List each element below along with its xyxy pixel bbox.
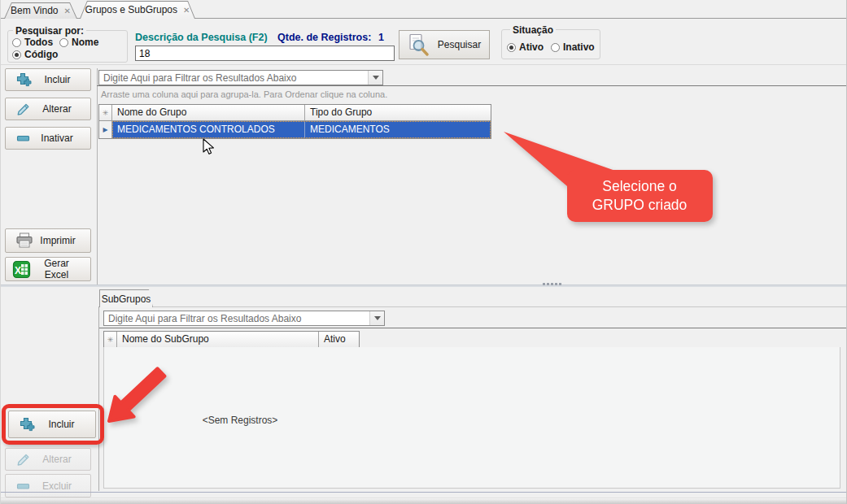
groups-grid-header: ✳ Nome do Grupo Tipo do Grupo [99, 105, 491, 121]
radio-nome-label: Nome [72, 37, 98, 48]
horizontal-splitter[interactable] [1, 285, 847, 287]
printer-icon [15, 232, 33, 249]
situacao-label: Situação [510, 24, 556, 36]
subgroups-grid-body[interactable]: <Sem Registros> [103, 347, 840, 489]
subgroups-grid-header: ✳ Nome do SubGrupo Ativo [104, 332, 359, 348]
incluir-grupo-label: Incluir [33, 74, 90, 85]
excluir-subgrupo-button[interactable]: Excluir [5, 474, 91, 497]
imprimir-button[interactable]: Imprimir [5, 228, 91, 253]
radio-nome-circle[interactable] [59, 38, 68, 47]
close-icon[interactable]: ✕ [64, 7, 71, 15]
alterar-subgrupo-label: Alterar [32, 454, 90, 465]
add-icon [15, 72, 33, 89]
empty-records-text: <Sem Registros> [195, 415, 285, 426]
radio-ativo-label: Ativo [519, 41, 544, 53]
cell-nome-do-grupo[interactable]: MEDICAMENTOS CONTROLADOS [112, 121, 305, 138]
groups-grid: ✳ Nome do Grupo Tipo do Grupo ▸ MEDICAME… [98, 104, 491, 139]
app-window: Bem Vindo ✕ Grupos e SubGrupos ✕ Pesquis… [0, 0, 847, 504]
incluir-grupo-button[interactable]: Incluir [5, 68, 91, 91]
tab-bem-vindo-label: Bem Vindo [11, 5, 58, 16]
arrow-annotation [86, 364, 177, 434]
radio-inativo[interactable]: Inativo [551, 41, 595, 53]
tab-subgrupos-label: SubGrupos [102, 293, 151, 305]
pesquisar-por-label: Pesquisar por: [13, 25, 86, 37]
imprimir-label: Imprimir [33, 235, 90, 246]
radio-ativo[interactable]: Ativo [507, 41, 544, 53]
svg-text:X: X [15, 264, 21, 276]
search-input[interactable] [135, 46, 395, 61]
grid-indicator-header-icon: ✳ [103, 109, 109, 117]
radio-nome[interactable]: Nome [59, 37, 98, 48]
tab-subgrupos[interactable]: SubGrupos [99, 289, 153, 307]
column-header-ativo[interactable]: Ativo [319, 332, 359, 348]
search-icon [408, 33, 430, 56]
radio-codigo-label: Código [24, 49, 58, 60]
content-bottom-border [1, 492, 847, 493]
filter-band-border [97, 85, 847, 86]
qtde-registros-value: 1 [378, 32, 384, 43]
subpanel-top-border [152, 306, 847, 307]
radio-todos[interactable]: Todos [12, 37, 53, 48]
radio-todos-circle[interactable] [12, 38, 21, 47]
groups-filter-combo[interactable]: Digite Aqui para Filtrar os Resultados A… [98, 70, 383, 85]
radio-codigo[interactable]: Código [12, 49, 58, 60]
groups-filter-text: Digite Aqui para Filtrar os Resultados A… [103, 72, 296, 84]
radio-ativo-circle[interactable] [507, 43, 516, 52]
deactivate-bar-icon [15, 130, 32, 146]
inativar-grupo-button[interactable]: Inativar [5, 127, 91, 150]
table-row-selected[interactable]: ▸ MEDICAMENTOS CONTROLADOS MEDICAMENTOS [99, 121, 491, 138]
gerar-excel-label: Gerar Excel [31, 258, 90, 280]
grid-indicator-header: ✳ [104, 332, 117, 348]
grid-indicator-header-icon: ✳ [107, 336, 114, 344]
radio-inativo-label: Inativo [563, 41, 595, 53]
cell-tipo-do-grupo[interactable]: MEDICAMENTOS [305, 121, 491, 138]
pencil-icon [15, 101, 32, 117]
dropdown-arrow-icon[interactable] [369, 311, 384, 325]
alterar-grupo-button[interactable]: Alterar [5, 98, 91, 120]
alterar-grupo-label: Alterar [32, 103, 90, 115]
tab-grupos-subgrupos[interactable]: Grupos e SubGrupos ✕ [80, 1, 195, 19]
excluir-subgrupo-label: Excluir [32, 480, 90, 492]
subfilter-band-border [99, 328, 847, 328]
tab-strip: Bem Vindo ✕ Grupos e SubGrupos ✕ [1, 0, 847, 19]
radio-codigo-circle[interactable] [12, 50, 21, 59]
callout-line2: GRUPO criado [592, 197, 688, 213]
tab-bem-vindo[interactable]: Bem Vindo ✕ [4, 2, 77, 19]
callout-selecione-grupo: Selecione o GRUPO criado [496, 122, 727, 229]
splitter-grip[interactable] [543, 283, 565, 286]
pesquisar-label: Pesquisar [438, 39, 481, 50]
subgroups-filter-text: Digite Aqui para Filtrar os Resultados A… [108, 313, 301, 324]
qtde-registros-label: Qtde. de Registros: [277, 32, 371, 43]
radio-todos-label: Todos [24, 37, 53, 48]
excel-icon: X [12, 260, 31, 279]
subgroups-grid-header-wrap: ✳ Nome do SubGrupo Ativo [103, 331, 360, 349]
close-icon[interactable]: ✕ [183, 6, 190, 15]
dropdown-arrow-icon[interactable] [368, 71, 382, 85]
mouse-cursor-icon [203, 138, 216, 156]
inativar-grupo-label: Inativar [32, 133, 90, 144]
column-header-tipo-do-grupo[interactable]: Tipo do Grupo [305, 105, 491, 121]
pencil-icon [15, 451, 32, 467]
panel-left-border [97, 68, 98, 285]
band-separator [1, 64, 847, 65]
window-bottom-edge [1, 497, 847, 504]
row-indicator-icon: ▸ [99, 121, 112, 138]
radio-inativo-circle[interactable] [551, 43, 560, 52]
tab-grupos-label: Grupos e SubGrupos [85, 4, 177, 15]
descricao-pesquisa-label: Descrição da Pesquisa (F2) [135, 32, 268, 43]
grid-indicator-header: ✳ [99, 105, 112, 121]
group-by-hint: Arraste uma coluna aqui para agrupa-la. … [101, 89, 387, 99]
gerar-excel-button[interactable]: X Gerar Excel [5, 257, 91, 281]
column-header-nome-do-grupo[interactable]: Nome do Grupo [112, 105, 305, 121]
alterar-subgrupo-button[interactable]: Alterar [5, 448, 91, 471]
pesquisar-button[interactable]: Pesquisar [399, 30, 490, 59]
callout-line1: Selecione o [602, 178, 676, 194]
column-header-nome-do-subgrupo[interactable]: Nome do SubGrupo [117, 332, 319, 348]
subgroups-filter-combo[interactable]: Digite Aqui para Filtrar os Resultados A… [103, 311, 385, 326]
